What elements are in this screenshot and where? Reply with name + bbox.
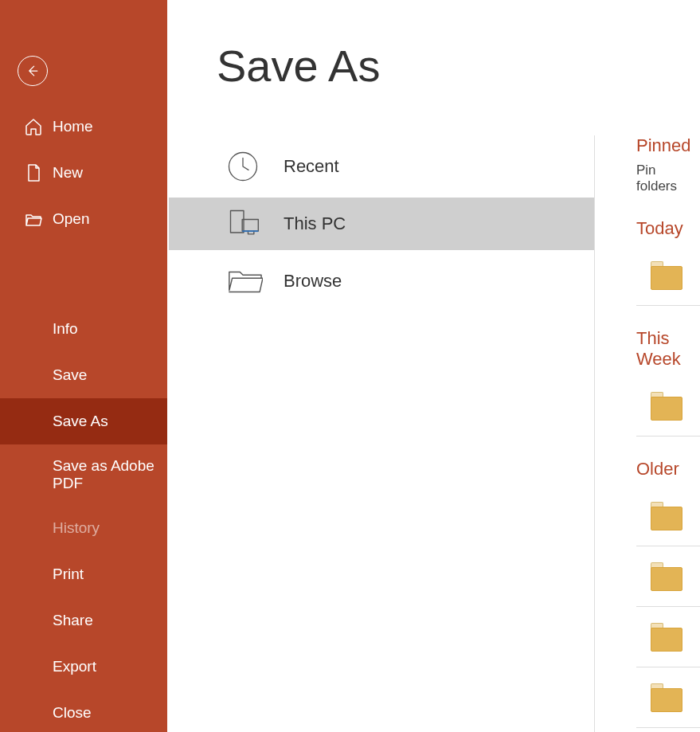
folder-row[interactable]	[636, 486, 700, 546]
folder-row[interactable]	[636, 245, 700, 306]
nav-label: Print	[53, 566, 84, 583]
new-icon	[24, 163, 53, 182]
backstage-sidebar: HomeNewOpen InfoSaveSave AsSave as Adobe…	[0, 0, 167, 732]
nav-item-export[interactable]: Export	[0, 644, 167, 690]
locations-panel: RecentThis PCBrowse	[167, 0, 594, 732]
nav-label: History	[53, 519, 100, 537]
nav-label: Share	[53, 612, 93, 629]
group-header: This Week	[636, 328, 700, 370]
nav-item-save-as[interactable]: Save As	[0, 398, 167, 444]
nav-item-close[interactable]: Close	[0, 690, 167, 732]
nav-item-save-as-adobe-pdf[interactable]: Save as Adobe PDF	[0, 444, 167, 505]
pinned-header: Pinned	[636, 135, 700, 156]
nav-label: Open	[53, 210, 89, 228]
nav-label: Export	[53, 658, 96, 675]
group-header: Today	[636, 218, 700, 239]
location-this-pc[interactable]: This PC	[169, 198, 594, 250]
nav-label: Home	[53, 118, 93, 135]
nav-label: Info	[53, 320, 78, 338]
folder-row[interactable]	[636, 667, 700, 728]
nav-label: Save	[53, 366, 87, 384]
nav-item-save[interactable]: Save	[0, 352, 167, 398]
location-recent[interactable]: Recent	[169, 135, 594, 198]
open-icon	[24, 209, 53, 229]
folder-row[interactable]	[636, 546, 700, 607]
folders-panel: Pinned Pin folders TodayThis WeekOlder	[595, 0, 700, 732]
nav-top-section: HomeNewOpen	[0, 104, 167, 242]
home-icon	[24, 117, 53, 136]
nav-item-open[interactable]: Open	[0, 196, 167, 242]
folder-groups-container: TodayThis WeekOlder	[636, 218, 700, 728]
main-area: Save As RecentThis PCBrowse Pinned Pin f…	[167, 0, 700, 732]
arrow-left-icon	[25, 63, 41, 79]
browse-icon	[226, 267, 284, 296]
nav-item-share[interactable]: Share	[0, 597, 167, 644]
folder-group-older: Older	[636, 459, 700, 728]
folder-icon	[651, 683, 682, 712]
folder-icon	[651, 562, 682, 591]
folder-row[interactable]	[636, 607, 700, 667]
nav-item-history: History	[0, 505, 167, 551]
location-browse[interactable]: Browse	[169, 250, 594, 312]
nav-label: Save As	[53, 413, 108, 430]
nav-main-section: InfoSaveSave AsSave as Adobe PDFHistoryP…	[0, 306, 167, 732]
group-header: Older	[636, 459, 700, 480]
nav-label: New	[53, 164, 83, 182]
folder-icon	[651, 392, 682, 421]
back-button[interactable]	[18, 56, 48, 86]
folder-icon	[651, 502, 682, 530]
folder-icon	[651, 261, 682, 290]
location-label: This PC	[284, 213, 346, 234]
nav-label: Save as Adobe PDF	[53, 457, 167, 492]
thispc-icon	[226, 206, 284, 241]
page-title: Save As	[217, 40, 380, 92]
nav-item-home[interactable]: Home	[0, 104, 167, 150]
folder-group-today: Today	[636, 218, 700, 306]
folder-row[interactable]	[636, 376, 700, 436]
nav-item-new[interactable]: New	[0, 150, 167, 196]
nav-item-print[interactable]: Print	[0, 551, 167, 597]
folder-icon	[651, 623, 682, 652]
nav-label: Close	[53, 704, 92, 722]
clock-icon	[226, 150, 284, 183]
pin-hint-text: Pin folders	[636, 162, 700, 194]
svg-rect-2	[242, 220, 258, 232]
location-label: Recent	[284, 156, 339, 177]
folder-group-this-week: This Week	[636, 328, 700, 436]
location-label: Browse	[284, 271, 342, 292]
nav-item-info[interactable]: Info	[0, 306, 167, 352]
